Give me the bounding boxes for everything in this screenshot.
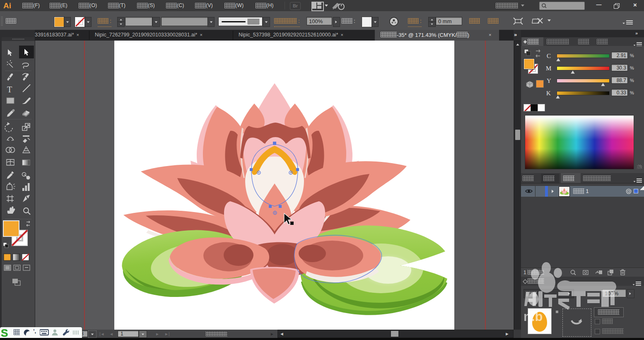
svg-text:T: T — [7, 85, 12, 94]
